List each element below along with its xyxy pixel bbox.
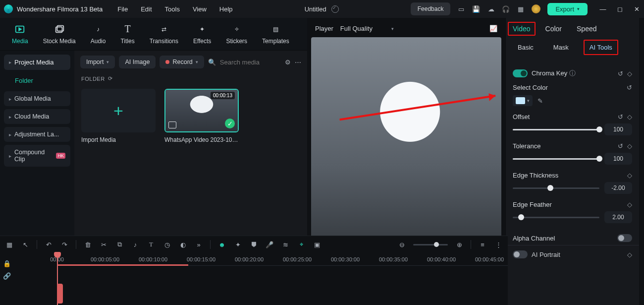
tl-list-view-icon[interactable]: ≡	[478, 240, 487, 249]
tl-zoom-in-icon[interactable]: ⊕	[455, 240, 464, 249]
offset-slider[interactable]	[513, 129, 599, 130]
inspector-tab-speed[interactable]: Speed	[577, 25, 596, 33]
chroma-key-toggle[interactable]	[513, 69, 528, 77]
sidebar-compound-clip[interactable]: ▸Compound ClipHK	[4, 145, 70, 167]
tl-more-icon[interactable]: »	[194, 240, 203, 249]
cloud-icon[interactable]: ☁	[487, 5, 495, 13]
tl-magnet-icon[interactable]: ⌖	[297, 240, 306, 249]
snapshot-icon[interactable]: 📈	[489, 25, 497, 32]
monitor-icon[interactable]: ▭	[457, 5, 465, 13]
tab-effects[interactable]: ✦Effects	[193, 24, 211, 45]
edge-feather-keyframe-icon[interactable]: ◇	[627, 201, 632, 208]
color-swatch-dropdown[interactable]: ▾	[513, 95, 533, 106]
edge-feather-value[interactable]: 2.00	[604, 211, 632, 223]
tl-marker-icon[interactable]: ▣	[313, 240, 322, 249]
export-button[interactable]: Export▾	[547, 3, 588, 15]
tolerance-value[interactable]: 100	[604, 153, 632, 165]
edge-feather-label: Edge Feather	[513, 201, 627, 208]
tab-stickers[interactable]: ✧Stickers	[226, 24, 247, 45]
inspector-tab-video[interactable]: Video	[508, 22, 536, 36]
quality-dropdown[interactable]: Full Quality▾	[340, 25, 394, 32]
tolerance-keyframe-icon[interactable]: ◇	[627, 142, 632, 150]
tl-zoom-slider[interactable]	[413, 244, 448, 245]
sidebar-project-media[interactable]: ▸Project Media	[4, 55, 70, 70]
offset-reset-icon[interactable]: ↺	[618, 113, 623, 121]
media-clip-tile[interactable]: 00:00:13 ✓ WhatsApp Video 2023-10-05...	[164, 89, 239, 143]
sidebar-adjustment-layer[interactable]: ▸Adjustment La...	[4, 127, 70, 142]
tl-crop-icon[interactable]: ⧉	[115, 240, 124, 249]
tl-color-icon[interactable]: ◐	[178, 240, 187, 249]
chroma-keyframe-icon[interactable]: ◇	[627, 70, 632, 77]
window-maximize-button[interactable]: ◻	[616, 5, 623, 13]
save-icon[interactable]: 💾	[472, 5, 480, 13]
track-lock-icon[interactable]: 🔒	[3, 260, 11, 267]
menu-tools[interactable]: Tools	[165, 5, 180, 13]
timeline-ruler[interactable]: 00:0000:00:05:0000:00:10:0000:00:15:0000…	[57, 253, 508, 266]
select-color-reset-icon[interactable]: ↺	[627, 84, 632, 91]
tl-shield-icon[interactable]: ⛊	[249, 240, 258, 249]
ai-image-button[interactable]: AI Image	[119, 56, 156, 68]
window-minimize-button[interactable]: —	[599, 5, 606, 13]
tab-media[interactable]: Media	[12, 24, 28, 45]
menu-view[interactable]: View	[193, 5, 207, 13]
tl-music-icon[interactable]: ♪	[131, 240, 140, 249]
subtab-basic[interactable]: Basic	[513, 41, 538, 54]
tab-templates[interactable]: ▤Templates	[262, 24, 289, 45]
window-close-button[interactable]: ✕	[633, 5, 640, 13]
ai-portrait-keyframe-icon[interactable]: ◇	[627, 251, 632, 258]
more-icon[interactable]: ⋯	[295, 59, 301, 66]
help-icon[interactable]: ⓘ	[569, 69, 576, 77]
feedback-button[interactable]: Feedback	[411, 2, 451, 15]
alpha-channel-toggle[interactable]	[617, 234, 632, 242]
menu-edit[interactable]: Edit	[141, 5, 152, 13]
inspector-tab-color[interactable]: Color	[545, 25, 562, 33]
tl-delete-icon[interactable]: 🗑	[83, 240, 92, 249]
tab-titles[interactable]: TTitles	[120, 24, 134, 45]
record-dropdown[interactable]: Record▾	[160, 56, 204, 68]
menu-help[interactable]: Help	[219, 5, 233, 13]
subtab-mask[interactable]: Mask	[548, 41, 574, 54]
tl-ai-icon[interactable]: ☻	[217, 240, 226, 249]
import-media-tile[interactable]: + Import Media	[81, 89, 156, 143]
ai-portrait-toggle[interactable]	[513, 250, 528, 258]
tolerance-reset-icon[interactable]: ↺	[618, 142, 623, 150]
refresh-icon[interactable]: ⟳	[108, 75, 113, 82]
tab-audio[interactable]: ♪Audio	[91, 24, 106, 45]
tl-settings-icon[interactable]: ⋮	[494, 240, 503, 249]
tl-sparkle-icon[interactable]: ✦	[233, 240, 242, 249]
tl-mic-icon[interactable]: 🎤	[265, 240, 274, 249]
tl-cut-icon[interactable]: ✂	[99, 240, 108, 249]
tl-redo-icon[interactable]: ↷	[60, 240, 69, 249]
account-avatar-icon[interactable]	[532, 4, 540, 13]
edge-feather-slider[interactable]	[513, 217, 599, 218]
edge-thickness-keyframe-icon[interactable]: ◇	[627, 172, 632, 179]
tl-eq-icon[interactable]: ≋	[281, 240, 290, 249]
tl-zoom-out-icon[interactable]: ⊖	[397, 240, 406, 249]
chroma-reset-icon[interactable]: ↺	[618, 70, 623, 77]
subtab-ai-tools[interactable]: AI Tools	[584, 40, 618, 55]
edge-thickness-slider[interactable]	[513, 187, 599, 189]
tl-speed-icon[interactable]: ◷	[162, 240, 171, 249]
tolerance-slider[interactable]	[513, 158, 599, 160]
sidebar-folder[interactable]: Folder	[4, 73, 70, 88]
timeline-clip[interactable]	[57, 284, 63, 304]
apps-icon[interactable]: ▦	[517, 5, 525, 13]
tl-undo-icon[interactable]: ↶	[44, 240, 53, 249]
offset-keyframe-icon[interactable]: ◇	[627, 113, 632, 121]
tl-grid-icon[interactable]: ▦	[5, 240, 14, 249]
eyedropper-icon[interactable]: ✎	[537, 97, 543, 105]
search-input[interactable]	[220, 59, 279, 66]
track-link-icon[interactable]: 🔗	[3, 272, 11, 280]
tab-transitions[interactable]: ⇄Transitions	[150, 24, 178, 45]
import-dropdown[interactable]: Import▾	[80, 56, 115, 68]
tab-stock-media[interactable]: Stock Media	[43, 24, 76, 45]
tl-select-tool-icon[interactable]: ↖	[21, 240, 30, 249]
filter-icon[interactable]: ⚙	[285, 59, 291, 66]
tl-text-icon[interactable]: T	[147, 240, 156, 249]
sidebar-cloud-media[interactable]: ▸Cloud Media	[4, 109, 70, 124]
menu-file[interactable]: File	[117, 5, 128, 13]
sidebar-global-media[interactable]: ▸Global Media	[4, 91, 70, 106]
offset-value[interactable]: 100	[604, 123, 632, 135]
edge-thickness-value[interactable]: -2.00	[604, 182, 632, 194]
headphones-icon[interactable]: 🎧	[502, 5, 510, 13]
